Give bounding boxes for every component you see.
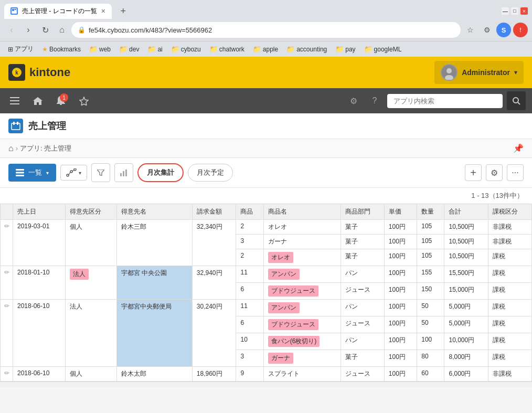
dept-cell: 菓子 (341, 235, 385, 249)
edit-cell[interactable]: ✏ (1, 300, 13, 367)
app-title: 売上管理 (28, 120, 66, 132)
favorites-button[interactable] (76, 92, 92, 109)
kintone-logo-icon: k (8, 64, 25, 81)
product-num-cell: 10 (236, 333, 263, 350)
tax-cell: 課税 (488, 316, 532, 333)
notification-button[interactable]: 1 (52, 92, 69, 109)
bookmark-ai[interactable]: 📁 ai (144, 44, 166, 55)
col-price[interactable]: 単価 (384, 204, 417, 220)
home-button[interactable]: ⌂ (55, 23, 69, 37)
app-header: 売上管理 (0, 113, 532, 139)
bookmark-apps[interactable]: ⊞ アプリ (4, 43, 37, 55)
gear-icon[interactable]: ⚙ (345, 92, 362, 109)
qty-cell: 105 (417, 220, 444, 235)
product-num-cell: 11 (236, 266, 263, 283)
kintone-user-menu[interactable]: Administrator ▾ (434, 61, 524, 84)
profile-alert-button[interactable]: ! (513, 23, 528, 37)
hamburger-menu-button[interactable] (6, 92, 23, 109)
total-cell: 5,000円 (444, 316, 488, 333)
graph-button[interactable]: ▾ (60, 165, 87, 181)
dept-cell: ジュース (341, 316, 385, 333)
bookmark-pay[interactable]: 📁 pay (332, 44, 359, 55)
col-qty[interactable]: 数量 (417, 204, 444, 220)
category-tag: 法人 (70, 269, 89, 280)
tax-cell: 課税 (488, 300, 532, 316)
table-row: ✏ 2018-01-10 法人 宇都宮 中央公園 32,940円 11 アンパン… (1, 266, 532, 283)
maximize-button[interactable]: □ (511, 7, 518, 15)
bookmark-googleml-label: googleML (374, 46, 402, 53)
tab-close-button[interactable]: × (101, 7, 105, 15)
bookmark-bookmarks[interactable]: ★ Bookmarks (38, 44, 84, 55)
settings-button[interactable]: ⚙ (486, 164, 503, 181)
forward-button[interactable]: › (21, 23, 36, 37)
view-arrow-icon: ▾ (46, 170, 49, 176)
add-record-button[interactable]: + (465, 164, 482, 181)
col-tax[interactable]: 課税区分 (488, 204, 532, 220)
extensions-button[interactable]: ⚙ (480, 23, 494, 37)
star-button[interactable]: ☆ (463, 23, 477, 37)
more-actions-button[interactable]: ··· (507, 164, 524, 181)
search-button[interactable] (507, 91, 526, 110)
bookmark-apple[interactable]: 📁 apple (249, 44, 282, 55)
price-cell: 100円 (384, 316, 417, 333)
bookmark-web[interactable]: 📁 web (86, 44, 114, 55)
col-product-num[interactable]: 商品 (236, 204, 263, 220)
col-product-name[interactable]: 商品名 (263, 204, 341, 220)
product-tag-pink: ブドウジュース (268, 285, 318, 296)
edit-cell[interactable]: ✏ (1, 266, 13, 300)
chart-button[interactable] (114, 163, 133, 182)
profile-s-button[interactable]: S (496, 23, 511, 37)
app-search-input[interactable] (387, 94, 503, 108)
reload-button[interactable]: ↻ (38, 23, 52, 37)
filter-button[interactable] (91, 163, 110, 182)
total-cell: 15,000円 (444, 283, 488, 300)
bookmark-ai-label: ai (157, 46, 162, 53)
edit-cell[interactable]: ✏ (1, 220, 13, 266)
home-nav-button[interactable] (29, 92, 46, 109)
view-select[interactable]: 一覧 ▾ (8, 164, 56, 182)
pin-icon[interactable]: 📌 (513, 143, 524, 153)
bookmark-accounting[interactable]: 📁 accounting (283, 44, 331, 55)
table-row: ✏ 2018-06-10 法人 宇都宮中央郵便局 30,240円 11 アンパン… (1, 300, 532, 316)
records-table-container: 売上日 得意先区分 得意先名 請求金額 商品 商品名 商品部門 単価 数量 合計… (0, 204, 532, 382)
close-window-button[interactable]: × (520, 7, 528, 15)
folder-icon: 📁 (286, 45, 295, 53)
col-dept[interactable]: 商品部門 (341, 204, 385, 220)
product-num-cell: 3 (236, 350, 263, 367)
price-cell: 100円 (384, 300, 417, 316)
back-button[interactable]: ‹ (4, 23, 19, 37)
product-name-cell: オレオ (263, 220, 341, 235)
dept-cell: パン (341, 300, 385, 316)
col-date[interactable]: 売上日 (13, 204, 66, 220)
active-browser-tab[interactable]: 売上管理 - レコードの一覧 × (4, 4, 112, 19)
category-cell: 法人 (65, 300, 116, 367)
col-total[interactable]: 合計 (444, 204, 488, 220)
col-client[interactable]: 得意先名 (116, 204, 192, 220)
monthly-schedule-button[interactable]: 月次予定 (188, 164, 233, 182)
bookmark-googleml[interactable]: 📁 googleML (360, 44, 406, 55)
bookmark-dev[interactable]: 📁 dev (115, 44, 143, 55)
minimize-button[interactable]: — (502, 7, 509, 15)
horizontal-scrollbar[interactable] (0, 382, 532, 387)
dept-cell: パン (341, 266, 385, 283)
new-tab-button[interactable]: + (116, 4, 131, 18)
col-category[interactable]: 得意先区分 (65, 204, 116, 220)
breadcrumb-home-icon[interactable]: ⌂ (8, 144, 14, 153)
tax-cell: 非課税 (488, 367, 532, 382)
view-select-main[interactable]: 一覧 ▾ (8, 164, 56, 182)
address-bar[interactable]: 🔒 fe54k.cybozu.com/k/483/?view=5566962 (71, 22, 461, 38)
qty-cell: 105 (417, 235, 444, 249)
monthly-summary-button[interactable]: 月次集計 (137, 163, 184, 182)
bookmark-cybozu[interactable]: 📁 cybozu (167, 44, 205, 55)
svg-line-17 (518, 102, 520, 104)
bookmark-chatwork[interactable]: 📁 chatwork (206, 44, 248, 55)
help-icon[interactable]: ? (366, 92, 383, 109)
edit-cell[interactable]: ✏ (1, 367, 13, 382)
invoice-cell: 18,960円 (192, 367, 236, 382)
product-tag-pink: アンパン (268, 269, 300, 280)
pagination: 1 - 13（13件中） (0, 188, 532, 204)
category-cell: 個人 (65, 220, 116, 266)
tab-title: 売上管理 - レコードの一覧 (22, 7, 97, 16)
col-invoice[interactable]: 請求金額 (192, 204, 236, 220)
svg-rect-31 (123, 171, 124, 176)
